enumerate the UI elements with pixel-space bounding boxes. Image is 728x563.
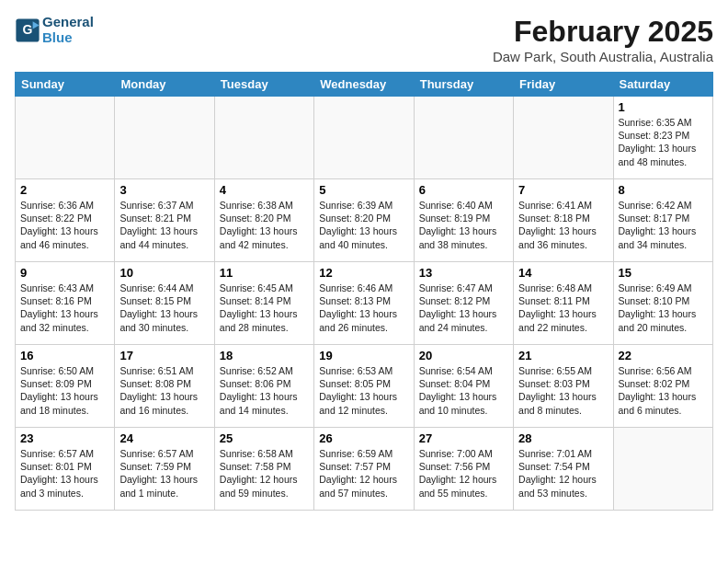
calendar-cell: 24Sunrise: 6:57 AM Sunset: 7:59 PM Dayli…	[115, 428, 214, 511]
calendar-cell: 8Sunrise: 6:42 AM Sunset: 8:17 PM Daylig…	[613, 179, 712, 262]
day-info: Sunrise: 7:01 AM Sunset: 7:54 PM Dayligh…	[518, 447, 608, 500]
calendar-cell	[16, 97, 115, 179]
day-number: 23	[20, 431, 109, 445]
calendar-cell: 25Sunrise: 6:58 AM Sunset: 7:58 PM Dayli…	[214, 428, 313, 511]
calendar-cell: 13Sunrise: 6:47 AM Sunset: 8:12 PM Dayli…	[414, 262, 513, 345]
day-info: Sunrise: 6:59 AM Sunset: 7:57 PM Dayligh…	[319, 447, 408, 500]
day-number: 4	[220, 183, 309, 197]
weekday-header-saturday: Saturday	[613, 73, 712, 97]
calendar-cell: 7Sunrise: 6:41 AM Sunset: 8:18 PM Daylig…	[514, 179, 613, 262]
calendar-cell: 17Sunrise: 6:51 AM Sunset: 8:08 PM Dayli…	[115, 345, 214, 428]
day-info: Sunrise: 6:46 AM Sunset: 8:13 PM Dayligh…	[319, 282, 408, 334]
logo-line2: Blue	[42, 30, 94, 46]
calendar-cell: 15Sunrise: 6:49 AM Sunset: 8:10 PM Dayli…	[613, 262, 712, 345]
calendar-cell: 22Sunrise: 6:56 AM Sunset: 8:02 PM Dayli…	[613, 345, 712, 428]
day-info: Sunrise: 6:35 AM Sunset: 8:23 PM Dayligh…	[619, 116, 708, 168]
calendar-cell: 12Sunrise: 6:46 AM Sunset: 8:13 PM Dayli…	[314, 262, 414, 345]
day-number: 11	[220, 266, 309, 280]
day-info: Sunrise: 6:50 AM Sunset: 8:09 PM Dayligh…	[20, 364, 109, 417]
day-info: Sunrise: 6:55 AM Sunset: 8:03 PM Dayligh…	[518, 364, 608, 417]
day-number: 7	[518, 183, 608, 197]
day-number: 8	[619, 183, 708, 197]
calendar-cell: 11Sunrise: 6:45 AM Sunset: 8:14 PM Dayli…	[214, 262, 313, 345]
day-info: Sunrise: 6:38 AM Sunset: 8:20 PM Dayligh…	[220, 199, 309, 251]
day-number: 13	[419, 266, 508, 280]
calendar-cell: 20Sunrise: 6:54 AM Sunset: 8:04 PM Dayli…	[414, 345, 513, 428]
title-block: February 2025 Daw Park, South Australia,…	[493, 15, 713, 64]
day-info: Sunrise: 6:37 AM Sunset: 8:21 PM Dayligh…	[119, 199, 209, 251]
calendar-cell: 14Sunrise: 6:48 AM Sunset: 8:11 PM Dayli…	[514, 262, 613, 345]
calendar-cell: 6Sunrise: 6:40 AM Sunset: 8:19 PM Daylig…	[414, 179, 513, 262]
weekday-header-sunday: Sunday	[16, 73, 115, 97]
svg-text:G: G	[23, 22, 33, 37]
calendar-cell: 23Sunrise: 6:57 AM Sunset: 8:01 PM Dayli…	[16, 428, 115, 511]
day-number: 14	[518, 266, 608, 280]
day-number: 5	[319, 183, 408, 197]
day-info: Sunrise: 6:51 AM Sunset: 8:08 PM Dayligh…	[119, 364, 209, 417]
day-number: 16	[20, 349, 109, 362]
day-info: Sunrise: 6:57 AM Sunset: 7:59 PM Dayligh…	[119, 447, 209, 500]
day-info: Sunrise: 6:56 AM Sunset: 8:02 PM Dayligh…	[619, 364, 708, 417]
calendar-cell: 19Sunrise: 6:53 AM Sunset: 8:05 PM Dayli…	[314, 345, 414, 428]
day-number: 22	[619, 349, 708, 362]
day-number: 20	[419, 349, 508, 362]
calendar-week-row: 2Sunrise: 6:36 AM Sunset: 8:22 PM Daylig…	[16, 179, 713, 262]
calendar-week-row: 16Sunrise: 6:50 AM Sunset: 8:09 PM Dayli…	[16, 345, 713, 428]
calendar-cell: 21Sunrise: 6:55 AM Sunset: 8:03 PM Dayli…	[514, 345, 613, 428]
calendar-subtitle: Daw Park, South Australia, Australia	[493, 49, 713, 64]
calendar-cell	[514, 97, 613, 179]
day-info: Sunrise: 6:48 AM Sunset: 8:11 PM Dayligh…	[518, 282, 608, 334]
calendar-cell: 18Sunrise: 6:52 AM Sunset: 8:06 PM Dayli…	[214, 345, 313, 428]
calendar-cell: 1Sunrise: 6:35 AM Sunset: 8:23 PM Daylig…	[613, 97, 712, 179]
day-info: Sunrise: 7:00 AM Sunset: 7:56 PM Dayligh…	[419, 447, 508, 500]
day-info: Sunrise: 6:42 AM Sunset: 8:17 PM Dayligh…	[619, 199, 708, 251]
calendar-week-row: 9Sunrise: 6:43 AM Sunset: 8:16 PM Daylig…	[16, 262, 713, 345]
day-number: 3	[119, 183, 209, 197]
calendar-title: February 2025	[493, 15, 713, 49]
weekday-header-thursday: Thursday	[414, 73, 513, 97]
day-number: 21	[518, 349, 608, 362]
day-number: 9	[20, 266, 109, 280]
calendar-week-row: 23Sunrise: 6:57 AM Sunset: 8:01 PM Dayli…	[16, 428, 713, 511]
day-info: Sunrise: 6:53 AM Sunset: 8:05 PM Dayligh…	[319, 364, 408, 417]
calendar-cell	[214, 97, 313, 179]
day-number: 12	[319, 266, 408, 280]
day-info: Sunrise: 6:54 AM Sunset: 8:04 PM Dayligh…	[419, 364, 508, 417]
day-number: 26	[319, 431, 408, 445]
day-info: Sunrise: 6:52 AM Sunset: 8:06 PM Dayligh…	[220, 364, 309, 417]
day-number: 10	[119, 266, 209, 280]
logo-icon: G	[15, 17, 40, 43]
calendar-cell: 9Sunrise: 6:43 AM Sunset: 8:16 PM Daylig…	[16, 262, 115, 345]
calendar-week-row: 1Sunrise: 6:35 AM Sunset: 8:23 PM Daylig…	[16, 97, 713, 179]
day-number: 18	[220, 349, 309, 362]
calendar-cell	[613, 428, 712, 511]
day-number: 6	[419, 183, 508, 197]
day-info: Sunrise: 6:57 AM Sunset: 8:01 PM Dayligh…	[20, 447, 109, 500]
day-number: 1	[619, 100, 708, 114]
day-number: 19	[319, 349, 408, 362]
day-number: 15	[619, 266, 708, 280]
calendar-cell	[115, 97, 214, 179]
day-info: Sunrise: 6:43 AM Sunset: 8:16 PM Dayligh…	[20, 282, 109, 334]
day-info: Sunrise: 6:41 AM Sunset: 8:18 PM Dayligh…	[518, 199, 608, 251]
calendar-cell: 26Sunrise: 6:59 AM Sunset: 7:57 PM Dayli…	[314, 428, 414, 511]
weekday-header-tuesday: Tuesday	[214, 73, 313, 97]
day-number: 17	[119, 349, 209, 362]
logo-line1: General	[42, 15, 94, 30]
weekday-header-friday: Friday	[514, 73, 613, 97]
calendar-cell	[414, 97, 513, 179]
day-info: Sunrise: 6:39 AM Sunset: 8:20 PM Dayligh…	[319, 199, 408, 251]
calendar-cell: 3Sunrise: 6:37 AM Sunset: 8:21 PM Daylig…	[115, 179, 214, 262]
calendar-cell: 4Sunrise: 6:38 AM Sunset: 8:20 PM Daylig…	[214, 179, 313, 262]
calendar-cell: 5Sunrise: 6:39 AM Sunset: 8:20 PM Daylig…	[314, 179, 414, 262]
day-info: Sunrise: 6:58 AM Sunset: 7:58 PM Dayligh…	[220, 447, 309, 500]
calendar-cell: 2Sunrise: 6:36 AM Sunset: 8:22 PM Daylig…	[16, 179, 115, 262]
day-info: Sunrise: 6:49 AM Sunset: 8:10 PM Dayligh…	[619, 282, 708, 334]
day-info: Sunrise: 6:40 AM Sunset: 8:19 PM Dayligh…	[419, 199, 508, 251]
day-info: Sunrise: 6:36 AM Sunset: 8:22 PM Dayligh…	[20, 199, 109, 251]
day-info: Sunrise: 6:47 AM Sunset: 8:12 PM Dayligh…	[419, 282, 508, 334]
day-number: 2	[20, 183, 109, 197]
weekday-header-row: SundayMondayTuesdayWednesdayThursdayFrid…	[16, 73, 713, 97]
day-info: Sunrise: 6:45 AM Sunset: 8:14 PM Dayligh…	[220, 282, 309, 334]
day-number: 24	[119, 431, 209, 445]
